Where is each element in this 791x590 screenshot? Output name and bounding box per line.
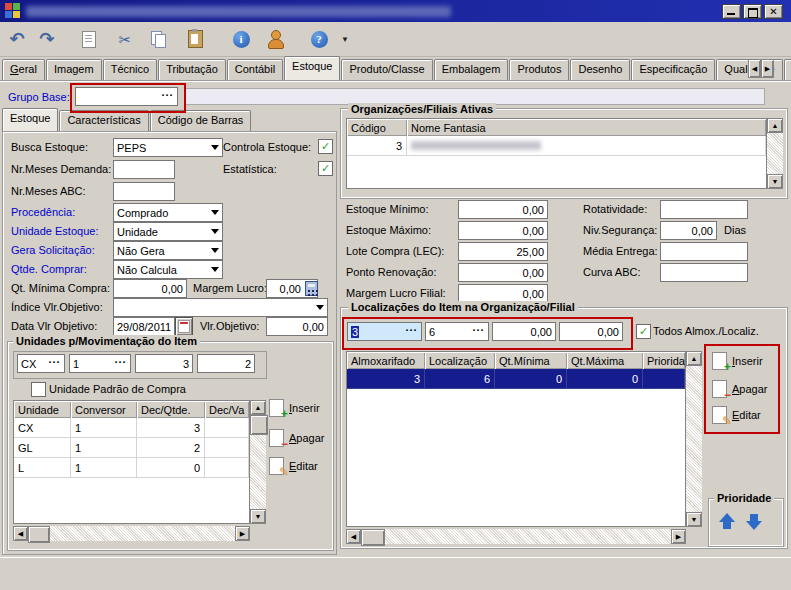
info-button[interactable]: i [228, 26, 254, 52]
scroll-up-icon[interactable]: ▲ [686, 351, 702, 366]
media-entrega-field[interactable] [660, 242, 748, 261]
conversor-browse-button[interactable]: ... [112, 355, 129, 370]
loc-qt-minima-editor-field[interactable]: 0,00 [492, 322, 556, 341]
maximize-button[interactable] [743, 4, 762, 19]
tab-desenho[interactable]: Desenho [570, 59, 630, 80]
estatistica-checkbox[interactable] [318, 161, 333, 176]
table-row[interactable]: CX 1 3 [14, 418, 249, 438]
scrollbar-thumb[interactable] [361, 529, 385, 546]
column-header[interactable]: Qt.Máxima [567, 352, 643, 369]
localizacoes-apagar-button[interactable]: − Apagar [712, 379, 767, 399]
nr-meses-demanda-field[interactable] [113, 160, 175, 179]
unidade-editor-field[interactable]: CX... [17, 354, 65, 373]
grupo-base-field[interactable]: ... [75, 87, 178, 106]
priority-down-button[interactable] [746, 513, 762, 530]
loc-qt-maxima-editor-field[interactable]: 0,00 [559, 322, 623, 341]
tab-tributacao[interactable]: Tributação [158, 59, 226, 80]
scroll-up-icon[interactable]: ▲ [250, 400, 266, 415]
column-header[interactable]: Conversor [71, 401, 137, 418]
ponto-renovacao-field[interactable]: 0,00 [458, 263, 548, 282]
column-header[interactable]: Unidade [14, 401, 71, 418]
calendar-icon[interactable] [175, 317, 193, 336]
scroll-down-icon[interactable]: ▼ [686, 512, 702, 527]
unidades-apagar-button[interactable]: − Apagar [269, 428, 324, 448]
column-header[interactable]: Localização [425, 352, 495, 369]
gera-solicitacao-select[interactable]: Não Gera [113, 241, 223, 260]
estoque-maximo-field[interactable]: 0,00 [458, 221, 548, 240]
tab-embalagem[interactable]: Embalagem [434, 59, 509, 80]
unidades-editar-button[interactable]: ✎ Editar [269, 456, 318, 476]
column-header[interactable]: Código [347, 119, 407, 136]
user-button[interactable] [262, 26, 288, 52]
subtab-codigo-barras[interactable]: Código de Barras [150, 110, 252, 131]
table-row[interactable]: GL 1 2 [14, 438, 249, 458]
almoxarifado-editor-field[interactable]: 3... [347, 322, 422, 341]
table-row[interactable]: L 1 0 [14, 458, 249, 478]
tab-produtos[interactable]: Produtos [509, 59, 569, 80]
procedencia-select[interactable]: Comprado [113, 203, 223, 222]
scroll-left-icon[interactable]: ◀ [346, 529, 361, 544]
close-button[interactable]: ✕ [764, 4, 783, 19]
tabs-scroll-left-button[interactable]: ◀ [748, 59, 761, 78]
scroll-down-icon[interactable]: ▼ [250, 509, 266, 524]
column-header[interactable]: Dec/Va [205, 401, 249, 418]
scrollbar-thumb[interactable] [250, 415, 268, 435]
redo-button[interactable]: ↷ [34, 26, 60, 52]
column-header[interactable]: Nome Fantasia [407, 119, 766, 136]
tabs-scroll-right-button[interactable]: ▶ [761, 59, 774, 78]
unidade-browse-button[interactable]: ... [46, 355, 63, 370]
localizacoes-horizontal-scrollbar[interactable]: ◀ ▶ [346, 529, 686, 544]
undo-button[interactable]: ↶ [4, 26, 30, 52]
cut-button[interactable]: ✂ [112, 26, 138, 52]
tab-especificacao[interactable]: Especificação [631, 59, 715, 80]
todos-almox-checkbox[interactable] [636, 324, 651, 339]
unidades-horizontal-scrollbar[interactable]: ◀ ▶ [13, 526, 250, 541]
controla-estoque-checkbox[interactable] [318, 139, 333, 154]
localizacao-editor-field[interactable]: 6... [425, 322, 489, 341]
almoxarifado-browse-button[interactable]: ... [403, 323, 420, 338]
grupo-base-browse-button[interactable]: ... [159, 88, 176, 103]
unidade-padrao-checkbox[interactable] [31, 382, 46, 397]
tab-estoque[interactable]: Estoque [284, 56, 340, 80]
column-header[interactable]: Qt.Mínima [495, 352, 567, 369]
lote-compra-field[interactable]: 25,00 [458, 242, 548, 261]
subtab-caracteristicas[interactable]: Características [59, 110, 148, 131]
table-row-selected[interactable]: 3 6 0 0 [347, 369, 685, 389]
scroll-up-icon[interactable]: ▲ [767, 118, 783, 133]
column-header[interactable]: Dec/Qtde. [137, 401, 205, 418]
scroll-right-icon[interactable]: ▶ [235, 526, 250, 541]
help-dropdown-button[interactable]: ▼ [338, 26, 352, 52]
tab-manufatura[interactable]: Manufatu [784, 59, 791, 80]
localizacoes-editar-button[interactable]: ✎ Editar [712, 405, 761, 425]
unidades-vertical-scrollbar[interactable]: ▲ ▼ [250, 400, 266, 524]
scroll-left-icon[interactable]: ◀ [13, 526, 28, 541]
paste-button[interactable] [182, 26, 208, 52]
qtde-comprar-select[interactable]: Não Calcula [113, 260, 223, 279]
scrollbar-thumb[interactable] [28, 526, 50, 543]
organizacoes-vertical-scrollbar[interactable]: ▲ ▼ [767, 118, 783, 189]
tab-tecnico[interactable]: Técnico [103, 59, 158, 80]
nr-meses-abc-field[interactable] [113, 182, 175, 201]
localizacoes-inserir-button[interactable]: + Inserir [712, 351, 763, 371]
qt-minima-compra-field[interactable]: 0,00 [113, 279, 187, 298]
niv-seguranca-field[interactable]: 0,00 [660, 221, 717, 240]
scroll-down-icon[interactable]: ▼ [767, 174, 783, 189]
localizacoes-vertical-scrollbar[interactable]: ▲ ▼ [686, 351, 702, 527]
new-document-button[interactable] [76, 26, 102, 52]
tab-contabil[interactable]: Contábil [227, 59, 283, 80]
curva-abc-field[interactable] [660, 263, 748, 282]
column-header[interactable]: Almoxarifado [347, 352, 425, 369]
table-row[interactable]: 3 [347, 136, 766, 156]
rotatividade-field[interactable] [660, 200, 748, 219]
help-button[interactable]: ? [306, 26, 332, 52]
calculator-icon[interactable] [305, 281, 318, 296]
tab-geral[interactable]: Geral [2, 59, 45, 80]
dec-qtde-editor-field[interactable]: 3 [135, 354, 193, 373]
unidade-estoque-select[interactable]: Unidade [113, 222, 223, 241]
tab-produto-classe[interactable]: Produto/Classe [341, 59, 432, 80]
data-vlr-objetivo-field[interactable]: 29/08/2011 [113, 317, 175, 336]
localizacao-browse-button[interactable]: ... [470, 323, 487, 338]
dec-valor-editor-field[interactable]: 2 [197, 354, 255, 373]
minimize-button[interactable] [722, 4, 741, 19]
column-header[interactable]: Priorida [643, 352, 685, 369]
